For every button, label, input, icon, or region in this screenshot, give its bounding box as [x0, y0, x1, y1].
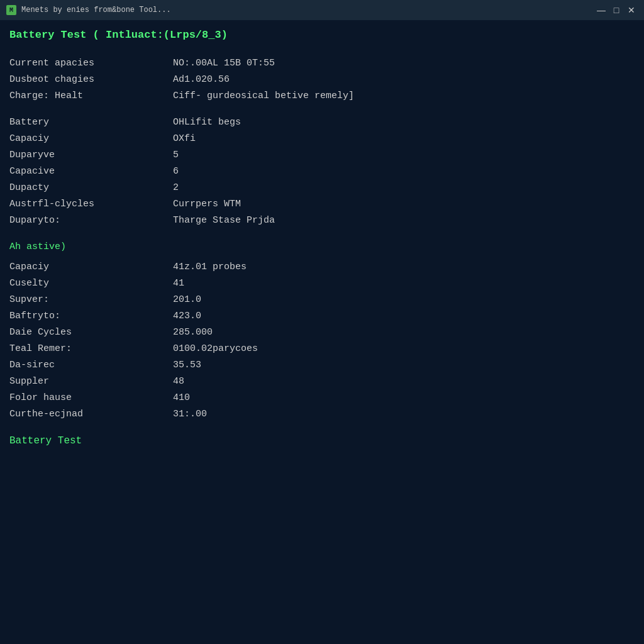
table-row: Teal Remer: 0100.02parycoes	[9, 341, 635, 357]
maximize-button[interactable]: □	[610, 4, 623, 16]
table-row: Supver: 201.0	[9, 292, 635, 308]
app-icon: M	[6, 5, 16, 15]
label-teal-remer: Teal Remer:	[9, 341, 173, 357]
value-supver: 201.0	[173, 292, 201, 308]
label-da-sirec: Da-sirec	[9, 358, 173, 373]
label-capaciy2: Capaciy	[9, 260, 173, 275]
value-duparyve: 5	[173, 148, 179, 163]
titlebar-controls: — □ ✕	[595, 4, 638, 16]
close-button[interactable]: ✕	[625, 4, 638, 16]
section-3-header: Ah astive)	[9, 240, 635, 255]
minimize-button[interactable]: —	[595, 4, 608, 16]
label-capaciy: Capaciy	[9, 131, 173, 147]
table-row: Dupacty 2	[9, 180, 635, 196]
value-cuselty: 41	[173, 276, 184, 291]
table-row: Battery OHLifit begs	[9, 115, 635, 130]
table-row: Cuselty 41	[9, 276, 635, 291]
table-row: Capaciy OXfi	[9, 131, 635, 147]
table-row: Current apacies NO:.00AL 15B 0T:55	[9, 56, 635, 71]
value-dusbeot: Ad1.020.56	[173, 72, 230, 87]
value-capaciy2: 41z.01 probes	[173, 260, 247, 275]
value-current-apacies: NO:.00AL 15B 0T:55	[173, 56, 275, 71]
label-current-apacies: Current apacies	[9, 56, 173, 71]
titlebar: M Menets by enies from&bone Tool... — □ …	[0, 0, 644, 20]
label-daie-cycles: Daie Cycles	[9, 325, 173, 340]
label-baftryto: Baftryto:	[9, 309, 173, 324]
table-row: Duparyve 5	[9, 148, 635, 163]
label-curthe-ecjnad: Curthe-ecjnad	[9, 407, 173, 422]
value-curthe-ecjnad: 31:.00	[173, 407, 207, 422]
label-duparyto: Duparyto:	[9, 213, 173, 228]
window: M Menets by enies from&bone Tool... — □ …	[0, 0, 644, 644]
value-dupacty: 2	[173, 180, 179, 196]
label-austrfl: Austrfl-clycles	[9, 197, 173, 212]
table-row: Da-sirec 35.53	[9, 358, 635, 373]
table-row: Suppler 48	[9, 374, 635, 389]
label-supver: Supver:	[9, 292, 173, 308]
value-baftryto: 423.0	[173, 309, 201, 324]
value-charge-healt: Ciff- gurdeosical betive remely]	[173, 89, 354, 104]
section-1: Current apacies NO:.00AL 15B 0T:55 Dusbe…	[9, 56, 635, 104]
label-duparyve: Duparyve	[9, 148, 173, 163]
value-da-sirec: 35.53	[173, 358, 201, 373]
label-cuselty: Cuselty	[9, 276, 173, 291]
section-2: Battery OHLifit begs Capaciy OXfi Dupary…	[9, 115, 635, 228]
value-battery: OHLifit begs	[173, 115, 241, 130]
value-daie-cycles: 285.000	[173, 325, 213, 340]
table-row: Folor hause 410	[9, 391, 635, 406]
table-row: Dusbeot chagies Ad1.020.56	[9, 72, 635, 87]
titlebar-left: M Menets by enies from&bone Tool...	[6, 5, 171, 15]
value-austrfl: Currpers WTM	[173, 197, 241, 212]
titlebar-title: Menets by enies from&bone Tool...	[21, 6, 171, 14]
table-row: Capaciy 41z.01 probes	[9, 260, 635, 275]
value-capacive: 6	[173, 164, 179, 179]
footer-label: Battery Test	[9, 433, 635, 450]
table-row: Curthe-ecjnad 31:.00	[9, 407, 635, 422]
table-row: Duparyto: Tharge Stase Prjda	[9, 213, 635, 228]
label-suppler: Suppler	[9, 374, 173, 389]
label-capacive: Capacive	[9, 164, 173, 179]
page-title: Battery Test ( Intluact:(Lrps/8_3)	[9, 26, 635, 43]
table-row: Capacive 6	[9, 164, 635, 179]
table-row: Charge: Healt Ciff- gurdeosical betive r…	[9, 89, 635, 104]
content-area: Battery Test ( Intluact:(Lrps/8_3) Curre…	[0, 20, 644, 644]
table-row: Baftryto: 423.0	[9, 309, 635, 324]
label-folor-hause: Folor hause	[9, 391, 173, 406]
label-battery: Battery	[9, 115, 173, 130]
table-row: Daie Cycles 285.000	[9, 325, 635, 340]
value-capaciy: OXfi	[173, 131, 196, 147]
section-3: Ah astive) Capaciy 41z.01 probes Cuselty…	[9, 240, 635, 422]
table-row: Austrfl-clycles Currpers WTM	[9, 197, 635, 212]
value-teal-remer: 0100.02parycoes	[173, 341, 258, 357]
value-suppler: 48	[173, 374, 184, 389]
label-dusbeot: Dusbeot chagies	[9, 72, 173, 87]
value-folor-hause: 410	[173, 391, 190, 406]
value-duparyto: Tharge Stase Prjda	[173, 213, 275, 228]
label-charge-healt: Charge: Healt	[9, 89, 173, 104]
label-dupacty: Dupacty	[9, 180, 173, 196]
